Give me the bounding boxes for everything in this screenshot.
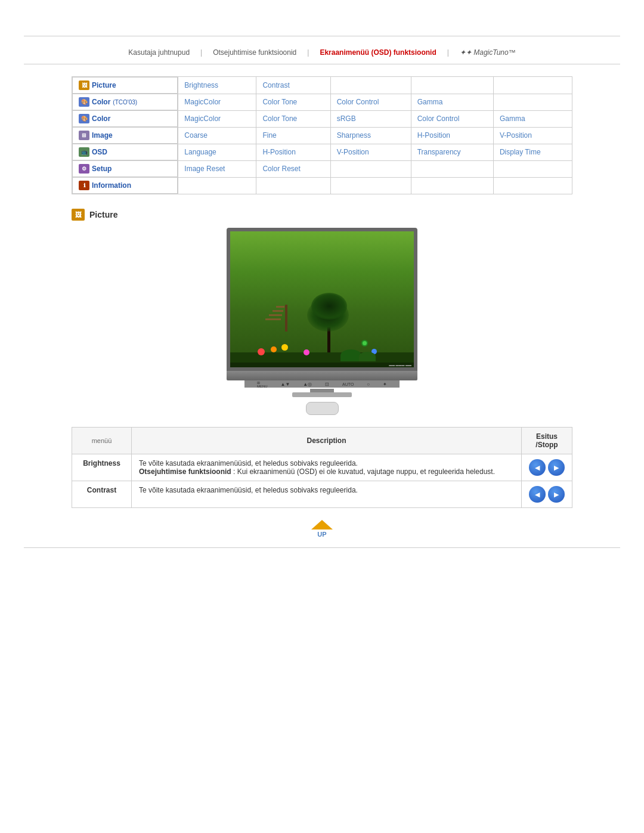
menu-cell-vposition2[interactable]: V-Position <box>330 144 411 160</box>
menu-cell-language[interactable]: Language <box>178 144 256 160</box>
menu-cell-colortone1[interactable]: Color Tone <box>256 94 330 110</box>
up-nav: UP <box>0 520 644 538</box>
menu-label-setup[interactable]: ⚙ Setup <box>72 160 178 177</box>
menu-cell-transparency[interactable]: Transparency <box>411 144 493 160</box>
nav-item-magictuno[interactable]: ✦✦ MagicTuno™ <box>460 48 516 57</box>
brightness-bold-text: : Kui ekraanimenüü (OSD) ei ole kuvatud,… <box>233 467 495 476</box>
monitor-menu-label: ⊞MENU <box>257 380 268 388</box>
nav-item-kasutaja[interactable]: Kasutaja juhtnupud <box>128 48 190 57</box>
monitor-btn5[interactable]: ✦ <box>383 382 387 387</box>
menu-cell-gamma2[interactable]: Gamma <box>493 110 572 127</box>
menu-cell-hposition2[interactable]: H-Position <box>256 144 330 160</box>
menu-cell-empty2 <box>411 77 493 94</box>
menu-cell-colorcontrol2[interactable]: Color Control <box>411 110 493 127</box>
desc-table-header-row: menüü Description Esitus /Stopp <box>72 428 572 454</box>
menu-cell-info2 <box>256 177 330 194</box>
menu-label-osd[interactable]: 📺 OSD <box>72 144 178 160</box>
pagoda-trunk <box>285 305 287 332</box>
nav-item-otsejuhtimise[interactable]: Otsejuhtimise funktsioonid <box>213 48 296 57</box>
contrast-btn-left[interactable]: ◀ <box>529 486 546 503</box>
monitor-btn1[interactable]: ▲▼ <box>281 382 290 387</box>
menu-cell-imagereset[interactable]: Image Reset <box>178 160 256 177</box>
ball-green <box>361 340 368 346</box>
ball-orange <box>271 346 277 352</box>
menu-table: 🖼 Picture Brightness Contrast 🎨 Color (T… <box>72 76 572 194</box>
contrast-desc-normal: Te võite kasutada ekraanimenüüsid, et he… <box>139 486 358 494</box>
menu-cell-magiccolor1[interactable]: MagicColor <box>178 94 256 110</box>
desc-buttons-contrast: ◀ ▶ <box>522 481 572 508</box>
menu-cell-coarse[interactable]: Coarse <box>178 127 256 144</box>
menu-label-color[interactable]: 🎨 Color <box>72 110 178 127</box>
brightness-btn-group: ◀ ▶ <box>529 459 565 476</box>
table-row-brightness-desc: Brightness Te võite kasutada ekraanimenü… <box>72 454 572 481</box>
menu-cell-empty7 <box>493 160 572 177</box>
top-rule <box>24 36 620 36</box>
bush2 <box>359 352 376 361</box>
nav-item-ekraanimenu[interactable]: Ekraanimenüü (OSD) funktsioonid <box>320 48 436 57</box>
pagoda-top1 <box>276 306 284 308</box>
contrast-btn-right[interactable]: ▶ <box>548 486 565 503</box>
menu-cell-info1 <box>178 177 256 194</box>
menu-cell-vposition1[interactable]: V-Position <box>493 127 572 144</box>
icon-information: ℹ <box>79 181 89 190</box>
monitor-auto-label[interactable]: AUTO <box>342 382 354 386</box>
bottom-rule <box>24 547 620 548</box>
desc-header-description: Description <box>132 428 522 454</box>
menu-label-picture[interactable]: 🖼 Picture <box>72 77 178 94</box>
nav-sep-3: | <box>447 48 449 57</box>
table-row-color-tco: 🎨 Color (TCO'03) MagicColor Color Tone C… <box>72 94 572 110</box>
menu-cell-empty6 <box>411 160 493 177</box>
menu-cell-colorcontrol1[interactable]: Color Control <box>330 94 411 110</box>
monitor-btn3[interactable]: ⊡ <box>325 382 329 387</box>
up-label: UP <box>317 531 326 538</box>
menu-cell-info4 <box>411 177 493 194</box>
brightness-desc-normal: Te võite kasutada ekraanimenüüsid, et he… <box>139 459 358 467</box>
menu-cell-gamma1[interactable]: Gamma <box>411 94 493 110</box>
desc-content-brightness: Te võite kasutada ekraanimenüüsid, et he… <box>132 454 522 481</box>
menu-cell-empty5 <box>330 160 411 177</box>
menu-cell-brightness[interactable]: Brightness <box>178 77 256 94</box>
menu-cell-sharpness[interactable]: Sharpness <box>330 127 411 144</box>
menu-cell-info5 <box>493 177 572 194</box>
up-arrow-icon <box>311 520 333 529</box>
menu-cell-displaytime[interactable]: Display Time <box>493 144 572 160</box>
monitor-screen: ▬▬ ▬▬▬ ▬▬ <box>227 228 417 371</box>
pagoda-top4 <box>265 318 281 320</box>
up-button[interactable]: UP <box>311 520 333 538</box>
menu-cell-colortone2[interactable]: Color Tone <box>256 110 330 127</box>
table-row-osd: 📺 OSD Language H-Position V-Position Tra… <box>72 144 572 160</box>
nav-sep-1: | <box>200 48 202 57</box>
icon-picture: 🖼 <box>79 80 89 90</box>
monitor-btn2[interactable]: ▲◎ <box>303 382 312 387</box>
brightness-desc-bold: Otsejuhtimise funktsioonid : Kui ekraani… <box>139 467 495 476</box>
picture-title-icon: 🖼 <box>72 209 85 221</box>
menu-label-information[interactable]: ℹ Information <box>72 177 178 194</box>
brightness-btn-right[interactable]: ▶ <box>548 459 565 476</box>
menu-cell-colorreset[interactable]: Color Reset <box>256 160 330 177</box>
icon-color-tco: 🎨 <box>79 97 89 107</box>
menu-label-color-tco[interactable]: 🎨 Color (TCO'03) <box>72 94 178 110</box>
desc-table-wrapper: menüü Description Esitus /Stopp Brightne… <box>72 427 572 508</box>
picture-section: 🖼 Picture <box>72 209 572 415</box>
menu-cell-magiccolor2[interactable]: MagicColor <box>178 110 256 127</box>
bush1 <box>340 349 361 361</box>
pagoda-top3 <box>269 314 282 316</box>
monitor-btn4[interactable]: ○ <box>367 382 370 387</box>
menu-cell-contrast[interactable]: Contrast <box>256 77 330 94</box>
icon-color: 🎨 <box>79 114 89 123</box>
monitor-container: ▬▬ ▬▬▬ ▬▬ ⊞MENU ▲▼ ▲◎ ⊡ AUTO ○ ✦ <box>72 228 572 415</box>
menu-cell-fine[interactable]: Fine <box>256 127 330 144</box>
brightness-btn-left[interactable]: ◀ <box>529 459 546 476</box>
desc-label-contrast: Contrast <box>72 481 132 508</box>
monitor-base-wide <box>292 392 352 397</box>
menu-cell-hposition1[interactable]: H-Position <box>411 127 493 144</box>
content-area: 🖼 Picture Brightness Contrast 🎨 Color (T… <box>72 76 572 194</box>
menu-cell-srgb[interactable]: sRGB <box>330 110 411 127</box>
desc-label-brightness: Brightness <box>72 454 132 481</box>
menu-label-image[interactable]: ⊞ Image <box>72 127 178 144</box>
menu-cell-empty1 <box>330 77 411 94</box>
table-row-information: ℹ Information <box>72 177 572 194</box>
menu-cell-empty4 <box>493 94 572 110</box>
brightness-label-text: Brightness <box>83 459 120 467</box>
screen-status-text: ▬▬ ▬▬▬ ▬▬ <box>389 363 411 367</box>
